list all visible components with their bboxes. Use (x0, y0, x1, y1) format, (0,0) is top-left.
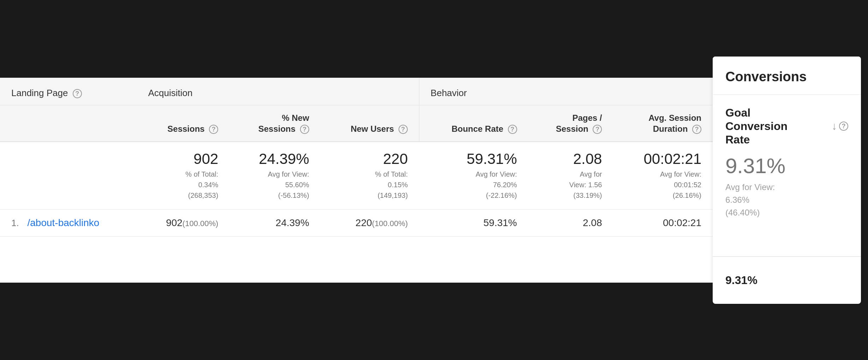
avg-session-duration-help-icon[interactable]: ? (692, 125, 701, 134)
row-1-new-users-sub: (100.00%) (372, 219, 408, 228)
goal-conversion-value: 9.31% (725, 154, 848, 178)
summary-pct-new-sessions-value: 24.39% (241, 151, 309, 167)
col-header-new-users: New Users ? (321, 105, 419, 142)
row-1-new-users: 220(100.00%) (321, 209, 419, 236)
col-header-avg-session-duration: Avg. SessionDuration ? (613, 105, 713, 142)
table-wrapper: Landing Page ? Acquisition Behavior Sess… (0, 78, 713, 283)
conversions-panel: Conversions GoalConversionRate ↓ ? 9.31%… (713, 57, 861, 304)
summary-avg-session-duration-sub: Avg for View:00:01:52(26.16%) (624, 169, 701, 201)
goal-conversion-header: GoalConversionRate ↓ ? (725, 106, 848, 147)
row-1-bounce-rate: 59.31% (419, 209, 528, 236)
row-1-pages-session-value: 2.08 (583, 217, 602, 228)
summary-pages-session-sub: Avg forView: 1.56(33.19%) (540, 169, 602, 201)
summary-sessions-value: 902 (148, 151, 219, 167)
row-1-pct-new-sessions: 24.39% (229, 209, 320, 236)
row-1-number: 1. (11, 218, 19, 228)
goal-conversion-sub: Avg for View:6.36%(46.40%) (725, 181, 848, 219)
bounce-rate-help-icon[interactable]: ? (508, 125, 517, 134)
goal-conversion-title: GoalConversionRate (725, 106, 788, 147)
row-1-pct-new-sessions-value: 24.39% (276, 217, 309, 228)
summary-pct-new-sessions-sub: Avg for View:55.60%(-56.13%) (241, 169, 309, 201)
conversions-header: Conversions (713, 57, 861, 95)
summary-new-users: 220 % of Total:0.15%(149,193) (321, 142, 419, 209)
summary-pages-session-value: 2.08 (540, 151, 602, 167)
col-header-pct-new-sessions: % NewSessions ? (229, 105, 320, 142)
bounce-rate-label: Bounce Rate (451, 124, 503, 134)
summary-bounce-rate-sub: Avg for View:76.20%(-22.16%) (430, 169, 517, 201)
landing-page-header: Landing Page ? (0, 78, 137, 105)
landing-page-help-icon[interactable]: ? (73, 89, 82, 98)
summary-bounce-rate: 59.31% Avg for View:76.20%(-22.16%) (419, 142, 528, 209)
col-header-bounce-rate: Bounce Rate ? (419, 105, 528, 142)
summary-pct-new-sessions: 24.39% Avg for View:55.60%(-56.13%) (229, 142, 320, 209)
row-1-avg-session-duration: 00:02:21 (613, 209, 713, 236)
behavior-header: Behavior (419, 78, 713, 105)
row-1-page-link[interactable]: /about-backlinko (27, 217, 99, 228)
summary-avg-session-duration-value: 00:02:21 (624, 151, 701, 167)
sort-arrow-icon: ↓ (832, 120, 837, 132)
goal-conversion-help-icon[interactable]: ↓ ? (828, 120, 848, 132)
summary-bounce-rate-value: 59.31% (430, 151, 517, 167)
table-row: 1. /about-backlinko 902(100.00%) 24.39% … (0, 209, 713, 236)
goal-conversion-row-value: 9.31% (713, 265, 861, 295)
row-1-sessions: 902(100.00%) (137, 209, 230, 236)
category-header-row: Landing Page ? Acquisition Behavior (0, 78, 713, 105)
col-header-pages-session: Pages /Session ? (528, 105, 613, 142)
summary-row: 902 % of Total:0.34%(268,353) 24.39% Avg… (0, 142, 713, 209)
row-1-page: 1. /about-backlinko (0, 209, 137, 236)
col-header-empty (0, 105, 137, 142)
row-1-bounce-rate-value: 59.31% (484, 217, 517, 228)
col-header-row: Sessions ? % NewSessions ? New Users ? B… (0, 105, 713, 142)
summary-pages-session: 2.08 Avg forView: 1.56(33.19%) (528, 142, 613, 209)
goal-conversion-help[interactable]: ? (839, 122, 848, 131)
summary-sessions: 902 % of Total:0.34%(268,353) (137, 142, 230, 209)
goal-conversion-section: GoalConversionRate ↓ ? 9.31% Avg for Vie… (713, 95, 861, 256)
summary-first-col (0, 142, 137, 209)
pages-session-help-icon[interactable]: ? (593, 125, 602, 134)
new-users-help-icon[interactable]: ? (399, 125, 408, 134)
behavior-label: Behavior (431, 88, 467, 98)
summary-new-users-value: 220 (332, 151, 408, 167)
landing-page-label: Landing Page (11, 88, 68, 98)
sessions-help-icon[interactable]: ? (209, 125, 218, 134)
new-users-label: New Users (351, 124, 394, 134)
acquisition-header: Acquisition (137, 78, 419, 105)
summary-avg-session-duration: 00:02:21 Avg for View:00:01:52(26.16%) (613, 142, 713, 209)
analytics-table: Landing Page ? Acquisition Behavior Sess… (0, 78, 713, 237)
conversions-title: Conversions (725, 69, 807, 84)
row-1-avg-session-duration-value: 00:02:21 (663, 217, 701, 228)
row-1-sessions-sub: (100.00%) (182, 219, 219, 228)
goal-conversion-row-section: 9.31% (713, 256, 861, 304)
row-1-sessions-value: 902 (166, 217, 182, 228)
summary-new-users-sub: % of Total:0.15%(149,193) (332, 169, 408, 201)
pct-new-sessions-help-icon[interactable]: ? (300, 125, 309, 134)
col-header-sessions: Sessions ? (137, 105, 230, 142)
acquisition-label: Acquisition (148, 88, 193, 98)
summary-sessions-sub: % of Total:0.34%(268,353) (148, 169, 219, 201)
sessions-label: Sessions (167, 124, 204, 134)
row-1-pages-session: 2.08 (528, 209, 613, 236)
row-1-new-users-value: 220 (355, 217, 372, 228)
main-container: Landing Page ? Acquisition Behavior Sess… (0, 0, 868, 360)
